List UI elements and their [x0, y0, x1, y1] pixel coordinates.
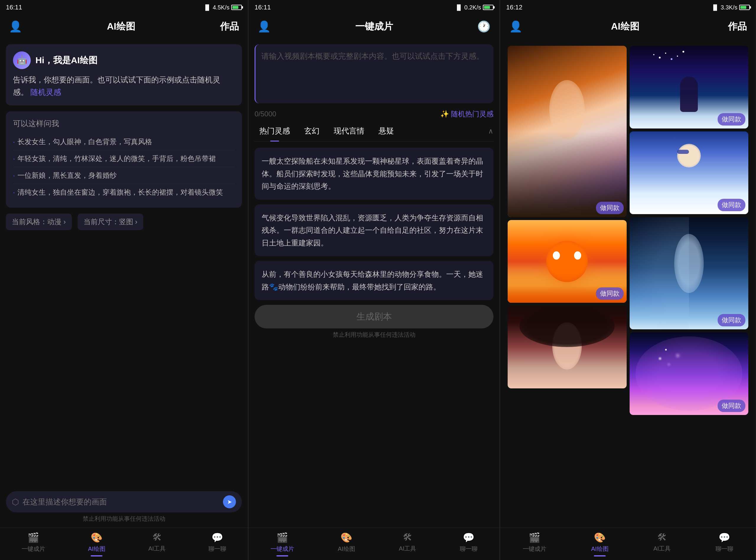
- nav-chat-icon-1: 💬: [211, 532, 223, 543]
- generate-btn[interactable]: 生成剧本: [254, 305, 493, 328]
- nav-yijian-label-1: 一键成片: [22, 545, 45, 553]
- nav-tools-icon-3: 🛠: [657, 532, 667, 543]
- bot-icon: 🤖: [17, 56, 27, 65]
- random-btn[interactable]: 随机灵感: [30, 88, 61, 97]
- nav-tools-label-3: AI工具: [653, 545, 671, 553]
- nav-chat-3[interactable]: 💬 聊一聊: [716, 532, 733, 553]
- nav-indicator-3: [594, 555, 606, 557]
- suggestion-item-2[interactable]: ·一位新娘，黑长直发，身着婚纱: [13, 167, 235, 184]
- random-hot-btn[interactable]: ✨ 随机热门灵感: [440, 109, 493, 119]
- script-card-1[interactable]: 气候变化导致世界陷入混乱，资源匮乏，人类为争夺生存资源而自相残杀。一群志同道合的…: [254, 204, 493, 256]
- nav-chat-icon-2: 💬: [463, 532, 474, 543]
- user-icon-1[interactable]: 👤: [9, 20, 22, 33]
- gallery-item-anime[interactable]: 做同款: [630, 332, 749, 415]
- nav-ai-tools-3[interactable]: 🛠 AI工具: [653, 532, 671, 553]
- status-right-1: ▐▌ 4.5K/s: [203, 4, 242, 11]
- signal-icon-1: ▐▌: [203, 4, 211, 11]
- suggestion-item-1[interactable]: ·年轻女孩，清纯，竹林深处，迷人的微笑，手背后，粉色吊带裙: [13, 150, 235, 167]
- nav-indicator-2: [277, 555, 288, 557]
- script-hint: 请输入视频剧本概要或完整剧本内容。也可以试试点击下方灵感。: [261, 52, 484, 61]
- nav-yijian-3[interactable]: 🎬 一键成片: [523, 532, 546, 553]
- collapse-icon[interactable]: ∧: [488, 127, 493, 135]
- suggestion-item-3[interactable]: ·清纯女生，独自坐在窗边，穿着旗袍，长长的裙摆，对着镜头微笑: [13, 184, 235, 201]
- greeting-title: Hi，我是AI绘图: [36, 54, 98, 66]
- script-input-box[interactable]: 请输入视频剧本概要或完整剧本内容。也可以试试点击下方灵感。: [254, 44, 493, 103]
- nav-tools-icon-1: 🛠: [152, 532, 162, 543]
- gallery-item-space[interactable]: 做同款: [630, 46, 749, 128]
- nav-ai-tools-2[interactable]: 🛠 AI工具: [399, 532, 416, 553]
- counter-row: 0/5000 ✨ 随机热门灵感: [254, 109, 493, 119]
- gallery-item-bird[interactable]: 做同款: [508, 220, 627, 303]
- top-nav-1: 👤 AI绘图 作品: [0, 15, 248, 38]
- tag-fantasy[interactable]: 玄幻: [300, 123, 324, 139]
- nav-video-icon-3: 🎬: [529, 532, 540, 543]
- gallery-label-anime: 做同款: [718, 400, 745, 412]
- tag-mystery[interactable]: 悬疑: [374, 123, 399, 139]
- content-2: 请输入视频剧本概要或完整剧本内容。也可以试试点击下方灵感。 0/5000 ✨ 随…: [249, 38, 499, 527]
- nav-draw-icon-1: 🎨: [91, 532, 102, 543]
- nav-chat-2[interactable]: 💬 聊一聊: [460, 532, 477, 553]
- bottom-nav-1: 🎬 一键成片 🎨 AI绘图 🛠 AI工具 💬 聊一聊: [0, 527, 248, 560]
- gallery-label-space: 做同款: [718, 113, 745, 125]
- status-time-1: 16:11: [6, 3, 22, 11]
- content-1: 🤖 Hi，我是AI绘图 告诉我，你想要的画面。也可以试试下面的示例或点击随机灵感…: [0, 38, 248, 486]
- suggestion-box: 可以这样问我 ·长发女生，勾人眼神，白色背景，写真风格 ·年轻女孩，清纯，竹林深…: [6, 111, 242, 208]
- script-card-2[interactable]: 从前，有个善良的小女孩每天给森林里的动物分享食物。一天，她迷路🐾动物们纷纷前来帮…: [254, 261, 493, 300]
- tag-romance[interactable]: 现代言情: [329, 123, 369, 139]
- battery-1: [231, 5, 242, 10]
- style-row: 当前风格：动漫 › 当前尺寸：竖图 ›: [6, 214, 242, 230]
- size-badge[interactable]: 当前尺寸：竖图 ›: [78, 214, 144, 230]
- nav-works-1[interactable]: 作品: [220, 20, 239, 33]
- nav-tools-label-1: AI工具: [148, 545, 166, 553]
- speed-3: 3.3K/s: [720, 4, 737, 11]
- gallery-content: 做同款 做同款: [500, 38, 756, 527]
- gallery-item-ice[interactable]: 做同款: [630, 217, 749, 329]
- gallery-grid: 做同款 做同款: [506, 44, 750, 417]
- nav-chat-label-2: 聊一聊: [460, 545, 477, 553]
- suggestion-item-0[interactable]: ·长发女生，勾人眼神，白色背景，写真风格: [13, 134, 235, 150]
- nav-tools-label-2: AI工具: [399, 545, 416, 553]
- gallery-item-fantasy[interactable]: 做同款: [508, 46, 627, 217]
- bot-avatar: 🤖: [13, 52, 31, 69]
- status-bar-3: 16:12 ▐▌ 3.3K/s: [500, 0, 756, 15]
- status-bar-1: 16:11 ▐▌ 4.5K/s: [0, 0, 248, 15]
- style-badge[interactable]: 当前风格：动漫 ›: [6, 214, 72, 230]
- gallery-item-portrait[interactable]: [508, 306, 627, 388]
- greeting-box: 🤖 Hi，我是AI绘图 告诉我，你想要的画面。也可以试试下面的示例或点击随机灵感…: [6, 44, 242, 105]
- nav-yijian-label-3: 一键成片: [523, 545, 546, 553]
- nav-ai-draw-1[interactable]: 🎨 AI绘图: [88, 532, 105, 557]
- tag-hot[interactable]: 热门灵感: [254, 123, 295, 139]
- gallery-label-ice: 做同款: [718, 314, 745, 326]
- top-nav-3: 👤 AI绘图 作品: [500, 15, 756, 38]
- nav-ai-tools-1[interactable]: 🛠 AI工具: [148, 532, 166, 553]
- history-icon-2[interactable]: 🕐: [477, 20, 491, 33]
- panel-yijian: 16:11 ▐▌ 0.2K/s 👤 一键成片 🕐 请输入视频剧本概要或完整剧本内…: [249, 0, 500, 560]
- user-icon-3[interactable]: 👤: [509, 20, 523, 33]
- nav-indicator-1: [91, 555, 102, 557]
- nav-yijian-2[interactable]: 🎬 一键成片: [270, 532, 294, 557]
- nav-ai-draw-3[interactable]: 🎨 AI绘图: [591, 532, 609, 557]
- nav-ai-draw-2[interactable]: 🎨 AI绘图: [338, 532, 355, 553]
- nav-chat-1[interactable]: 💬 聊一聊: [208, 532, 226, 553]
- nav-works-3[interactable]: 作品: [728, 20, 747, 33]
- nav-draw-icon-2: 🎨: [341, 532, 352, 543]
- nav-yijian-1[interactable]: 🎬 一键成片: [22, 532, 45, 553]
- input-row-1: ⬡ ➤: [6, 491, 242, 513]
- bottom-nav-2: 🎬 一键成片 🎨 AI绘图 🛠 AI工具 💬 聊一聊: [249, 527, 499, 560]
- tag-row: 热门灵感 玄幻 现代言情 悬疑 ∧: [254, 123, 493, 142]
- nav-draw-label-3: AI绘图: [591, 545, 609, 553]
- cube-icon: ⬡: [12, 497, 19, 507]
- send-button[interactable]: ➤: [223, 495, 236, 508]
- user-icon-2[interactable]: 👤: [258, 20, 271, 33]
- gallery-label-bird: 做同款: [596, 287, 624, 300]
- battery-3: [739, 5, 750, 10]
- disclaimer-2: 禁止利用功能从事任何违法活动: [254, 331, 493, 339]
- nav-draw-label-1: AI绘图: [88, 545, 105, 553]
- battery-2: [483, 5, 493, 10]
- draw-input[interactable]: [22, 497, 220, 506]
- speed-2: 0.2K/s: [464, 4, 481, 11]
- script-card-0[interactable]: 一艘太空探险船在未知星系发现一颗神秘星球，表面覆盖着奇异的晶体。船员们探索时发现…: [254, 148, 493, 200]
- nav-title-1: AI绘图: [107, 20, 135, 33]
- gallery-item-ski[interactable]: 做同款: [630, 132, 749, 214]
- nav-title-2: 一键成片: [355, 20, 393, 33]
